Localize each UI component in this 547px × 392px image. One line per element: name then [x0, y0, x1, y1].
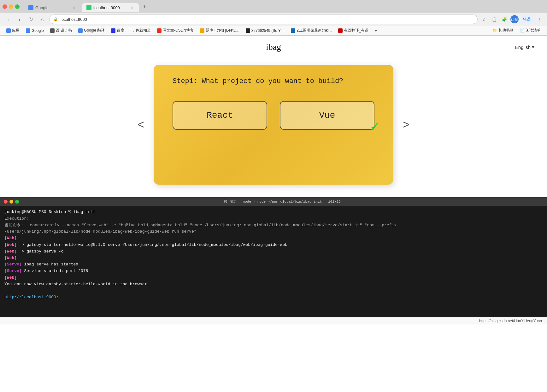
card-options: React Vue ✓ — [173, 101, 374, 130]
terminal-line-cmd2: /Users/junking/.npm-global/lib/node_modu… — [4, 229, 543, 235]
bookmark-favicon — [50, 28, 55, 33]
menu-button[interactable]: ⋮ — [535, 15, 543, 23]
terminal-line-web3: [Web] > gatsby serve -o — [4, 248, 543, 255]
bookmark-github[interactable]: 827662549 (Su Yi... — [243, 28, 287, 33]
card-container: < Step1: What project do you want to bui… — [0, 58, 547, 197]
bookmarks-bar: 应用 Google 设 设计书 Google 翻译 百度一下，你就知道 写文章-… — [0, 26, 547, 35]
browser-chrome: Google ✕ localhost:9000 ✕ + ‹ › ↻ ⌂ 🔒 lo… — [0, 0, 547, 36]
bookmark-label: Google — [32, 28, 44, 33]
prev-button[interactable]: < — [128, 112, 154, 138]
bookmark-label: 设 设计书 — [56, 28, 72, 33]
bookmark-design[interactable]: 设 设计书 — [48, 27, 74, 34]
language-label: English — [515, 45, 531, 50]
bookmark-apps[interactable]: 应用 — [4, 27, 22, 34]
home-button[interactable]: ⌂ — [38, 15, 47, 24]
address-lock-icon: 🔒 — [53, 17, 58, 21]
bookmark-label: » — [375, 28, 377, 33]
bookmark-label: 📄 阅读清单 — [520, 28, 541, 33]
language-selector[interactable]: English ▾ — [515, 44, 534, 50]
terminal-line-web1: [Web] — [4, 235, 543, 242]
bookmark-other[interactable]: 📁 其他书签 — [490, 27, 516, 34]
bookmark-favicon — [291, 28, 295, 33]
bookmark-label: 在线翻译_有道 — [344, 28, 369, 33]
status-bar: https://blog.csdn.net/HuoYiHengYuan — [0, 317, 547, 324]
terminal-line-web4: [Web] — [4, 255, 543, 262]
star-icon[interactable]: ☆ — [480, 15, 488, 23]
bookmark-favicon — [157, 28, 162, 33]
bookmark-leetcode[interactable]: 题库 · 力扣 [LeetC... — [197, 27, 242, 34]
bookmark-label: 应用 — [12, 28, 20, 33]
checkmark-icon: ✓ — [370, 120, 379, 135]
bookmark-library[interactable]: 211图书馆最新cnki... — [288, 27, 334, 34]
tab-close-google[interactable]: ✕ — [71, 5, 76, 10]
toolbar-icons: ☆ 📋 🧩 已登 错误 ⋮ — [480, 15, 543, 23]
bookmark-favicon — [26, 28, 30, 33]
terminal-body: junking@MACSU-MB0 Desktop % ibag init Ex… — [0, 206, 547, 304]
terminal-line-web2: [Web] > gatsby-starter-hello-world@0.1.0… — [4, 242, 543, 248]
tab-localhost[interactable]: localhost:9000 ✕ — [82, 3, 139, 12]
tab-google[interactable]: Google ✕ — [24, 3, 81, 12]
screenshot-icon[interactable]: 📋 — [490, 15, 498, 23]
tab-close-localhost[interactable]: ✕ — [129, 5, 134, 10]
bookmark-label: 题库 · 力扣 [LeetC... — [206, 28, 239, 33]
new-tab-button[interactable]: + — [140, 3, 149, 11]
address-bar[interactable]: 🔒 localhost:9000 — [49, 15, 478, 24]
bookmark-favicon — [78, 28, 83, 33]
traffic-lights — [3, 4, 20, 9]
bookmark-label: 写文章-CSDN博客 — [163, 28, 194, 33]
bookmark-label: 百度一下，你就知道 — [117, 28, 151, 33]
terminal-close[interactable] — [4, 200, 8, 204]
bookmark-label: 📁 其他书签 — [492, 28, 513, 33]
card-question: Step1: What project do you want to build… — [173, 77, 374, 85]
bookmark-label: 827662549 (Su Yi... — [251, 28, 285, 33]
bookmark-label: Google 翻译 — [84, 28, 105, 33]
react-option[interactable]: React — [173, 101, 267, 130]
tab-bar: Google ✕ localhost:9000 ✕ + — [0, 0, 547, 13]
bookmark-more[interactable]: » — [372, 28, 379, 33]
terminal-prompt: junking@MACSU-MB0 Desktop % ibag init — [4, 209, 543, 216]
vue-option[interactable]: Vue ✓ — [280, 101, 374, 130]
terminal-line-web5: [Web] — [4, 275, 543, 281]
bookmark-favicon — [338, 28, 343, 33]
next-button[interactable]: > — [393, 112, 419, 138]
close-button[interactable] — [3, 4, 7, 9]
app-header: ibag English ▾ — [0, 36, 547, 58]
nav-bar: ‹ › ↻ ⌂ 🔒 localhost:9000 ☆ 📋 🧩 已登 错误 ⋮ — [0, 13, 547, 26]
bookmark-reading-list[interactable]: 📄 阅读清单 — [517, 27, 543, 34]
translate-button[interactable]: 错误 — [521, 15, 533, 23]
bookmark-csdn[interactable]: 写文章-CSDN博客 — [155, 27, 196, 34]
bookmark-favicon — [246, 28, 250, 33]
terminal-line-exec: Execution: — [4, 216, 543, 222]
bookmark-label: 211图书馆最新cnki... — [297, 28, 332, 33]
terminal-line-url: http://localhost:9000/ — [4, 294, 543, 301]
chevron-down-icon: ▾ — [532, 44, 534, 50]
terminal-line-cmd1: 当前命令： concurrently --names "Serve,Web" -… — [4, 222, 543, 229]
tab-label-google: Google — [35, 5, 49, 10]
back-button[interactable]: ‹ — [4, 15, 13, 24]
question-card: Step1: What project do you want to build… — [154, 65, 393, 185]
browser-content: ibag English ▾ < Step1: What project do … — [0, 36, 547, 197]
bookmark-google[interactable]: Google — [23, 28, 46, 33]
minimize-button[interactable] — [9, 4, 13, 9]
vue-option-label: Vue — [319, 110, 335, 120]
terminal-line-serve2: [Serve] Service started: port:2078 — [4, 268, 543, 275]
status-url: https://blog.csdn.net/HuoYiHengYuan — [479, 319, 542, 323]
terminal-maximize[interactable] — [15, 200, 19, 204]
bookmark-favicon — [200, 28, 204, 33]
bookmark-translate[interactable]: Google 翻译 — [76, 27, 107, 34]
terminal-line-empty — [4, 288, 543, 294]
terminal-traffic-lights — [4, 200, 19, 204]
bookmark-youdao[interactable]: 在线翻译_有道 — [336, 27, 371, 34]
refresh-button[interactable]: ↻ — [26, 15, 35, 24]
profile-icon[interactable]: 已登 — [510, 15, 519, 23]
bookmark-favicon — [6, 28, 11, 33]
terminal-minimize[interactable] — [9, 200, 13, 204]
terminal: 顾 魔盖 — node · node ~/npm-global/bin/ibag… — [0, 197, 547, 317]
app-title: ibag — [266, 42, 281, 52]
forward-button[interactable]: › — [15, 15, 24, 24]
extensions-icon[interactable]: 🧩 — [500, 15, 509, 23]
tab-favicon-google — [28, 5, 33, 10]
bookmark-baidu[interactable]: 百度一下，你就知道 — [109, 27, 153, 34]
tab-label-localhost: localhost:9000 — [93, 5, 120, 10]
maximize-button[interactable] — [15, 4, 20, 9]
